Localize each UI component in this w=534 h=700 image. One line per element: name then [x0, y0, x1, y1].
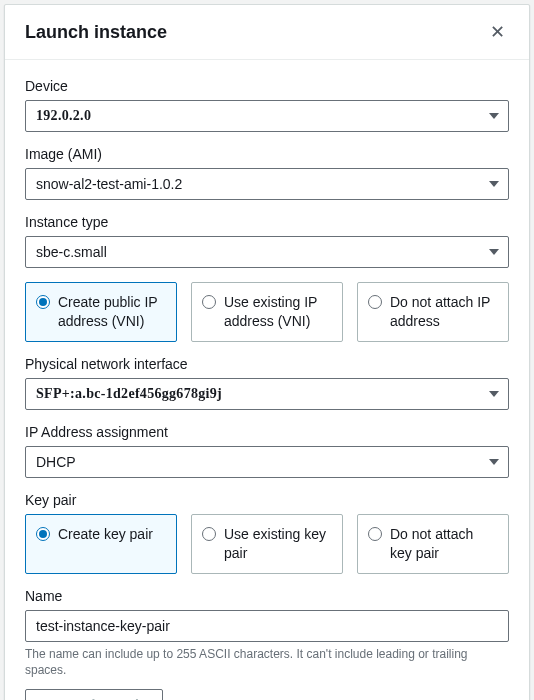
key-pair-option-create[interactable]: Create key pair [25, 514, 177, 574]
instance-type-select[interactable]: sbe-c.small [25, 236, 509, 268]
radio-icon [202, 295, 216, 309]
physical-network-select[interactable]: SFP+:a.bc-1d2ef456gg678gi9j [25, 378, 509, 410]
ip-option-existing[interactable]: Use existing IP address (VNI) [191, 282, 343, 342]
image-select[interactable]: snow-al2-test-ami-1.0.2 [25, 168, 509, 200]
key-pair-option-existing[interactable]: Use existing key pair [191, 514, 343, 574]
create-key-pair-button[interactable]: Create key pair [25, 689, 163, 700]
ip-option-existing-label: Use existing IP address (VNI) [224, 293, 332, 331]
radio-icon [368, 295, 382, 309]
modal-header: Launch instance ✕ [5, 5, 529, 60]
image-value: snow-al2-test-ami-1.0.2 [36, 176, 182, 192]
key-pair-option-none[interactable]: Do not attach key pair [357, 514, 509, 574]
ip-options-group: Create public IP address (VNI) Use exist… [25, 282, 509, 342]
name-label: Name [25, 588, 509, 604]
radio-icon [202, 527, 216, 541]
device-select[interactable]: 192.0.2.0 [25, 100, 509, 132]
physical-network-label: Physical network interface [25, 356, 509, 372]
key-pair-option-existing-label: Use existing key pair [224, 525, 332, 563]
ip-assignment-select[interactable]: DHCP [25, 446, 509, 478]
radio-icon [36, 295, 50, 309]
instance-type-value: sbe-c.small [36, 244, 107, 260]
modal-title: Launch instance [25, 22, 167, 43]
instance-type-label: Instance type [25, 214, 509, 230]
key-pair-option-create-label: Create key pair [58, 525, 153, 544]
launch-instance-modal: Launch instance ✕ Device 192.0.2.0 Image… [4, 4, 530, 700]
radio-icon [36, 527, 50, 541]
radio-icon [368, 527, 382, 541]
key-pair-options-group: Create key pair Use existing key pair Do… [25, 514, 509, 574]
name-hint: The name can include up to 255 ASCII cha… [25, 646, 509, 680]
close-icon: ✕ [490, 22, 505, 42]
ip-option-none-label: Do not attach IP address [390, 293, 498, 331]
device-label: Device [25, 78, 509, 94]
image-label: Image (AMI) [25, 146, 509, 162]
key-pair-option-none-label: Do not attach key pair [390, 525, 498, 563]
close-button[interactable]: ✕ [486, 19, 509, 45]
ip-option-create[interactable]: Create public IP address (VNI) [25, 282, 177, 342]
ip-option-create-label: Create public IP address (VNI) [58, 293, 166, 331]
ip-assignment-value: DHCP [36, 454, 76, 470]
ip-option-none[interactable]: Do not attach IP address [357, 282, 509, 342]
device-value: 192.0.2.0 [36, 108, 91, 124]
physical-network-value: SFP+:a.bc-1d2ef456gg678gi9j [36, 386, 222, 402]
name-input[interactable] [25, 610, 509, 642]
ip-assignment-label: IP Address assignment [25, 424, 509, 440]
key-pair-label: Key pair [25, 492, 509, 508]
